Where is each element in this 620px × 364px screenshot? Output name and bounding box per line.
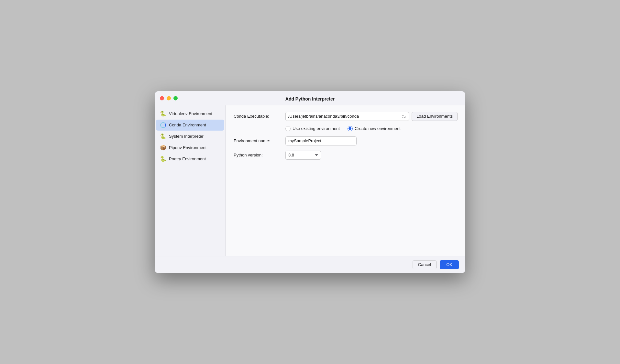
add-python-interpreter-dialog: Add Python Interpreter 🐍 Virtualenv Envi… xyxy=(155,91,465,273)
python-version-select[interactable]: 3.8 3.9 3.10 3.11 3.12 xyxy=(285,151,321,160)
virtualenv-icon: 🐍 xyxy=(160,111,166,117)
conda-executable-row: Conda Executable: 🗂 Load Environments xyxy=(234,112,458,121)
python-version-row: Python version: 3.8 3.9 3.10 3.11 3.12 xyxy=(234,151,458,160)
sidebar-item-label-system: System Interpreter xyxy=(169,134,204,139)
sidebar-item-virtualenv[interactable]: 🐍 Virtualenv Environment xyxy=(156,108,224,119)
sidebar-item-system[interactable]: 🐍 System Interpreter xyxy=(156,131,224,142)
environment-name-label: Environment name: xyxy=(234,138,285,143)
sidebar-item-poetry[interactable]: 🐍 Poetry Environment xyxy=(156,154,224,165)
close-button[interactable] xyxy=(160,96,164,100)
conda-executable-label: Conda Executable: xyxy=(234,114,285,119)
pipenv-icon: 📦 xyxy=(160,145,166,151)
cancel-button[interactable]: Cancel xyxy=(413,260,437,269)
content-area: 🐍 Virtualenv Environment Conda Environme… xyxy=(155,105,465,256)
browse-folder-button[interactable]: 🗂 xyxy=(400,112,407,120)
use-existing-option[interactable]: Use existing environment xyxy=(285,126,340,131)
maximize-button[interactable] xyxy=(173,96,178,100)
environment-name-input[interactable] xyxy=(285,136,357,145)
create-new-radio[interactable] xyxy=(348,126,353,131)
sidebar-item-label-poetry: Poetry Environment xyxy=(169,156,206,161)
environment-name-row: Environment name: xyxy=(234,136,458,145)
use-existing-label: Use existing environment xyxy=(293,126,340,131)
conda-executable-input[interactable] xyxy=(288,114,400,119)
radio-row: Use existing environment Create new envi… xyxy=(285,126,458,131)
main-panel: Conda Executable: 🗂 Load Environments Us… xyxy=(226,105,465,256)
conda-executable-input-box: 🗂 xyxy=(285,112,409,121)
create-new-label: Create new environment xyxy=(355,126,401,131)
sidebar-item-label-virtualenv: Virtualenv Environment xyxy=(169,111,212,116)
ok-button[interactable]: OK xyxy=(440,260,459,269)
python-version-label: Python version: xyxy=(234,153,285,157)
sidebar-item-conda[interactable]: Conda Environment xyxy=(156,120,224,131)
use-existing-radio[interactable] xyxy=(285,126,291,131)
dialog-title: Add Python Interpreter xyxy=(285,96,335,102)
dialog-footer: Cancel OK xyxy=(155,256,465,273)
conda-icon xyxy=(160,122,166,128)
system-icon: 🐍 xyxy=(160,133,166,140)
sidebar: 🐍 Virtualenv Environment Conda Environme… xyxy=(155,105,226,256)
window-controls xyxy=(160,96,178,100)
sidebar-item-label-pipenv: Pipenv Environment xyxy=(169,145,206,150)
create-new-option[interactable]: Create new environment xyxy=(348,126,401,131)
sidebar-item-label-conda: Conda Environment xyxy=(169,123,206,127)
title-bar: Add Python Interpreter xyxy=(155,91,465,105)
sidebar-item-pipenv[interactable]: 📦 Pipenv Environment xyxy=(156,142,224,153)
minimize-button[interactable] xyxy=(167,96,171,100)
poetry-icon: 🐍 xyxy=(160,156,166,162)
load-environments-button[interactable]: Load Environments xyxy=(412,112,458,121)
conda-executable-input-group: 🗂 Load Environments xyxy=(285,112,458,121)
